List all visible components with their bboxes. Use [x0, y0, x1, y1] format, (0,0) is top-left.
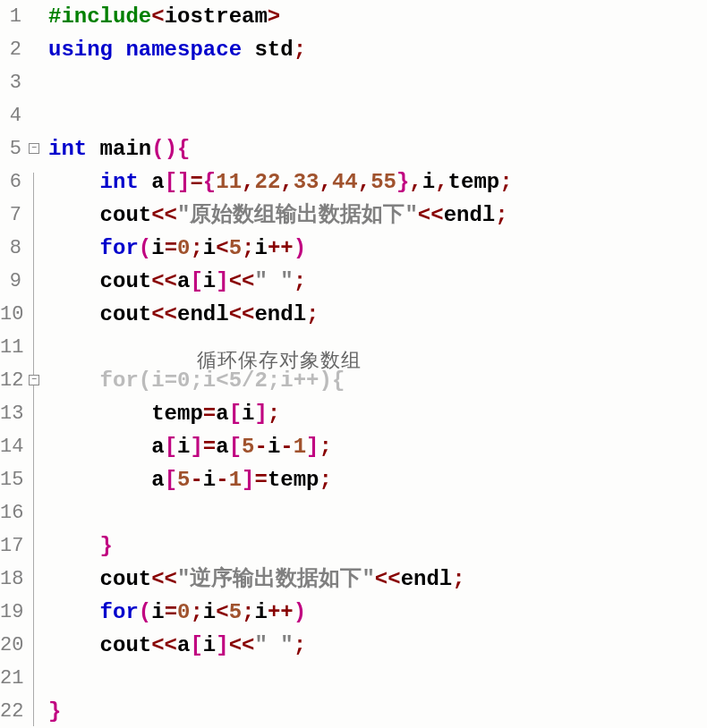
line-number: 6: [0, 165, 21, 199]
code-token: =: [165, 368, 177, 393]
code-token: a: [216, 435, 228, 459]
code-token: for: [100, 368, 139, 393]
line-number: 12: [0, 364, 21, 397]
code-token: a: [139, 170, 165, 194]
code-token: {: [203, 170, 216, 194]
code-token: cout: [48, 302, 151, 326]
code-token: i: [254, 600, 267, 624]
code-token: 44: [332, 170, 358, 194]
code-token: <<: [375, 567, 401, 591]
code-token: ;: [319, 468, 331, 492]
code-token: [48, 236, 100, 260]
code-line[interactable]: a[i]=a[5-i-1];: [48, 430, 707, 463]
code-token: cout: [48, 633, 151, 657]
code-token: ;: [319, 435, 332, 459]
fold-toggle-icon[interactable]: −: [29, 143, 39, 154]
code-line[interactable]: cout<<endl<<endl;: [48, 298, 707, 331]
code-token: ]: [254, 402, 267, 426]
code-token: ;: [452, 567, 464, 591]
line-number: 3: [0, 66, 21, 99]
line-number: 8: [0, 232, 21, 265]
code-line[interactable]: for(i=0;i<5;i++): [48, 232, 707, 265]
code-token: "原始数组输出数据如下": [177, 203, 418, 227]
code-token: 0: [177, 368, 190, 393]
code-line[interactable]: cout<<a[i]<<" ";: [48, 265, 707, 298]
line-number: 19: [0, 596, 21, 629]
code-token: i: [177, 435, 190, 459]
code-token: ): [294, 236, 306, 260]
code-token: endl: [177, 302, 229, 326]
code-token: }: [396, 170, 409, 194]
code-token: ;: [306, 302, 319, 326]
code-line[interactable]: [48, 496, 707, 529]
code-token: [: [165, 468, 177, 492]
code-line[interactable]: [48, 331, 707, 364]
code-token: <<: [229, 633, 255, 657]
code-line[interactable]: #include<iostream>: [48, 0, 707, 33]
code-line[interactable]: [48, 66, 707, 99]
code-line[interactable]: int main(){: [48, 132, 707, 165]
code-line[interactable]: }: [48, 695, 707, 728]
line-number-gutter: 12345678910111213141516171819202122: [0, 0, 27, 728]
code-token: a: [48, 435, 165, 459]
line-number: 1: [0, 0, 21, 33]
code-token: (: [139, 600, 151, 624]
code-line[interactable]: a[5-i-1]=temp;: [48, 463, 707, 496]
line-number: 11: [0, 331, 21, 364]
code-token: temp: [48, 402, 203, 426]
code-line[interactable]: [48, 662, 707, 695]
code-token: -: [190, 468, 202, 492]
line-number: 7: [0, 199, 21, 232]
code-token: <: [216, 236, 228, 260]
code-line[interactable]: for(i=0;i<5/2;i++){: [48, 364, 707, 397]
code-token: ]: [216, 633, 228, 657]
code-token: <<: [151, 269, 177, 293]
code-token: for: [100, 236, 139, 260]
code-token: ++: [268, 600, 294, 624]
code-token: }: [100, 534, 113, 558]
code-line[interactable]: cout<<a[i]<<" ";: [48, 629, 707, 662]
line-number: 15: [0, 463, 21, 496]
code-token: i: [242, 402, 254, 426]
line-number: 16: [0, 496, 21, 529]
code-token: =: [165, 236, 177, 260]
code-line[interactable]: for(i=0;i<5;i++): [48, 596, 707, 629]
code-line[interactable]: [48, 99, 707, 132]
fold-toggle-icon[interactable]: −: [29, 375, 39, 385]
code-token: a: [48, 468, 165, 492]
code-token: [: [190, 269, 202, 293]
code-token: i: [268, 435, 280, 459]
line-number: 14: [0, 430, 21, 463]
code-token: [: [190, 633, 202, 657]
code-token: i: [151, 368, 164, 393]
code-token: ]: [190, 435, 202, 459]
code-token: "逆序输出数据如下": [177, 567, 375, 591]
code-token: 22: [254, 170, 280, 194]
code-token: i: [203, 468, 216, 492]
code-area[interactable]: #include<iostream>using namespace std;in…: [43, 0, 707, 728]
code-token: endl: [444, 203, 496, 227]
code-token: ;: [190, 236, 202, 260]
code-token: <: [151, 4, 164, 29]
code-line[interactable]: int a[]={11,22,33,44,55},i,temp;: [48, 165, 707, 199]
code-token: ;: [294, 633, 306, 657]
code-line[interactable]: cout<<"原始数组输出数据如下"<<endl;: [48, 199, 707, 232]
code-token: ;: [495, 203, 507, 227]
fold-guide: [33, 404, 34, 528]
code-line[interactable]: cout<<"逆序输出数据如下"<<endl;: [48, 563, 707, 596]
code-line[interactable]: temp=a[i];: [48, 397, 707, 430]
code-token: 33: [294, 170, 319, 194]
line-number: 13: [0, 397, 21, 430]
code-token: #include: [48, 4, 151, 29]
code-token: i: [254, 236, 267, 260]
code-token: i: [422, 170, 435, 194]
code-token: (: [139, 236, 151, 260]
code-token: -: [254, 435, 267, 459]
code-line[interactable]: }: [48, 529, 707, 563]
code-token: =: [254, 468, 267, 492]
code-line[interactable]: using namespace std;: [48, 33, 707, 66]
code-token: a: [177, 633, 190, 657]
line-number: 21: [0, 662, 21, 695]
code-token: ;: [294, 38, 306, 62]
code-token: cout: [48, 203, 151, 227]
